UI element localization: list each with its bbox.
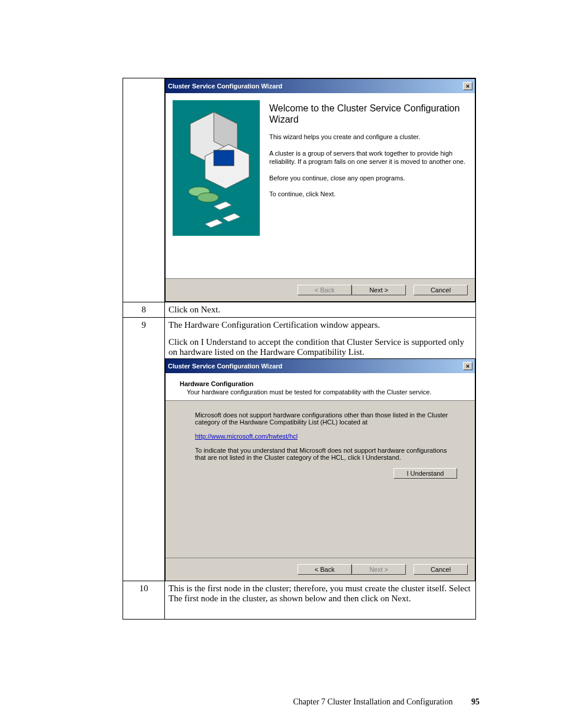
hcl-link[interactable]: http://www.microsoft.com/hwtest/hcl xyxy=(195,433,297,440)
dialog-title: Cluster Service Configuration Wizard xyxy=(168,363,282,370)
wizard-button-row: < BackNext > Cancel xyxy=(166,558,475,581)
close-icon[interactable]: × xyxy=(463,82,472,90)
cancel-button[interactable]: Cancel xyxy=(414,285,468,295)
wizard-heading: Welcome to the Cluster Service Configura… xyxy=(269,103,468,125)
svg-marker-8 xyxy=(205,219,223,228)
step-number: 10 xyxy=(123,581,165,620)
dialog-titlebar: Cluster Service Configuration Wizard × xyxy=(166,359,475,373)
wizard-header-subtitle: Your hardware configuration must be test… xyxy=(187,388,465,396)
wizard-body: Welcome to the Cluster Service Configura… xyxy=(166,93,475,243)
i-understand-button[interactable]: I Understand xyxy=(394,468,457,479)
wizard-button-row: < BackNext > Cancel xyxy=(166,278,475,301)
wizard-graphic xyxy=(173,100,260,236)
wizard-panel-body: Microsoft does not support hardware conf… xyxy=(166,401,475,558)
table-row: 9 The Hardware Configuration Certificati… xyxy=(123,318,476,581)
wizard-welcome-dialog: Cluster Service Configuration Wizard × xyxy=(165,78,475,302)
wizard-paragraph: To indicate that you understand that Mic… xyxy=(195,447,457,461)
wizard-text-area: Welcome to the Cluster Service Configura… xyxy=(267,93,475,243)
table-row: 8 Click on Next. xyxy=(123,302,476,318)
wizard-paragraph: Before you continue, close any open prog… xyxy=(269,174,468,183)
close-icon[interactable]: × xyxy=(463,362,472,370)
wizard-paragraph: To continue, click Next. xyxy=(269,190,468,199)
step-number: 9 xyxy=(123,318,165,581)
footer-chapter: Chapter 7 Cluster Installation and Confi… xyxy=(293,697,452,706)
cancel-button[interactable]: Cancel xyxy=(414,564,468,575)
table-row: 10 This is the first node in the cluster… xyxy=(123,581,476,620)
step-number-cell xyxy=(123,78,165,302)
dialog-titlebar: Cluster Service Configuration Wizard × xyxy=(166,79,475,93)
back-button[interactable]: < Back xyxy=(297,285,352,295)
footer-page-number: 95 xyxy=(471,697,480,706)
step-instruction: This is the first node in the cluster; t… xyxy=(165,581,476,620)
next-button[interactable]: Next > xyxy=(352,564,406,575)
hardware-config-dialog: Cluster Service Configuration Wizard × H… xyxy=(165,358,475,581)
page-content: Cluster Service Configuration Wizard × xyxy=(123,78,476,620)
steps-table: Cluster Service Configuration Wizard × xyxy=(123,78,476,620)
step-instruction: The Hardware Configuration Certification… xyxy=(168,320,472,330)
dialog-title: Cluster Service Configuration Wizard xyxy=(168,83,282,90)
svg-rect-3 xyxy=(214,150,234,166)
step-instruction-text: This is the first node in the cluster; t… xyxy=(168,584,471,603)
wizard-paragraph: A cluster is a group of servers that wor… xyxy=(269,150,468,166)
wizard-header-title: Hardware Configuration xyxy=(180,380,465,387)
step-instruction: Click on Next. xyxy=(165,302,476,318)
next-button[interactable]: Next > xyxy=(352,285,406,295)
svg-marker-7 xyxy=(223,213,240,222)
step-content-cell: The Hardware Configuration Certification… xyxy=(165,318,476,581)
wizard-paragraph: Microsoft does not support hardware conf… xyxy=(195,411,457,426)
step-content-cell: Cluster Service Configuration Wizard × xyxy=(165,78,476,302)
step-number: 8 xyxy=(123,302,165,318)
wizard-paragraph: This wizard helps you create and configu… xyxy=(269,133,468,141)
wizard-header-area: Hardware Configuration Your hardware con… xyxy=(166,373,475,401)
svg-point-5 xyxy=(197,193,219,202)
page-footer: Chapter 7 Cluster Installation and Confi… xyxy=(0,697,562,707)
table-row: Cluster Service Configuration Wizard × xyxy=(123,78,476,302)
step-instruction: Click on I Understand to accept the cond… xyxy=(168,337,472,357)
back-button[interactable]: < Back xyxy=(297,564,352,575)
svg-marker-6 xyxy=(214,202,232,210)
